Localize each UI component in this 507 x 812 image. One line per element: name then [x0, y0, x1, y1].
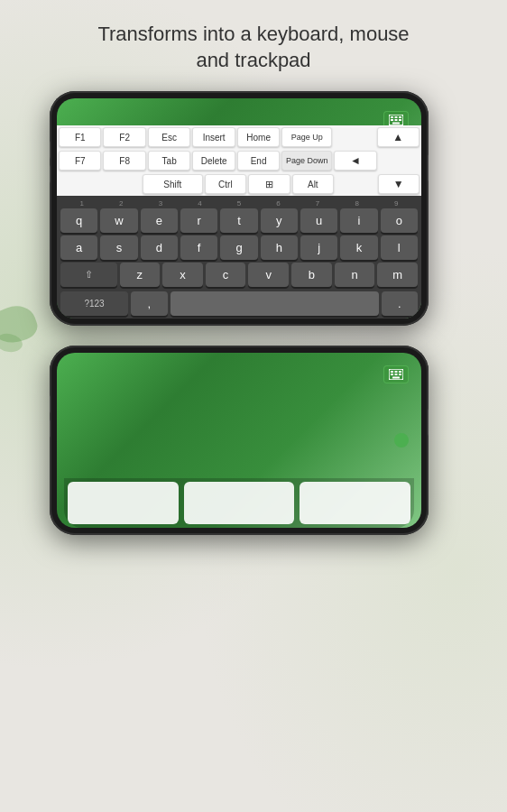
- key-spacer2: [379, 151, 419, 171]
- key-tab[interactable]: Tab: [148, 151, 190, 171]
- phone-device-1: F1 F2 Esc Insert Home Page Up ▲ F7 F8 Ta…: [50, 91, 429, 326]
- key-f8[interactable]: F8: [103, 151, 145, 171]
- key-alt[interactable]: Alt: [292, 174, 334, 194]
- svg-rect-5: [395, 119, 398, 121]
- key-spacer1: [334, 127, 374, 147]
- key-shift-main[interactable]: ⇧: [60, 263, 117, 287]
- key-q[interactable]: q: [60, 208, 97, 233]
- key-comma[interactable]: ,: [131, 291, 167, 316]
- key-pagedown[interactable]: Page Down: [281, 151, 332, 171]
- key-spacer3: [59, 174, 98, 194]
- phone-device-2: [50, 346, 429, 535]
- svg-rect-2: [395, 116, 398, 118]
- bottom-row: ?123 , .: [57, 291, 421, 318]
- fn-row-2: F7 F8 Tab Delete End Page Down ◄: [57, 149, 421, 172]
- svg-rect-4: [391, 119, 393, 121]
- key-shift[interactable]: Shift: [143, 174, 203, 194]
- keyboard-icon-2: [383, 365, 409, 383]
- key-t[interactable]: t: [220, 208, 257, 233]
- key-row-a: a s d f g h j k l: [60, 235, 418, 260]
- header-title: Transforms into a keyboard, mouseand tra…: [0, 0, 507, 91]
- key-u[interactable]: u: [300, 208, 337, 233]
- fn-row-1: F1 F2 Esc Insert Home Page Up ▲: [57, 125, 421, 149]
- key-r[interactable]: r: [180, 208, 217, 233]
- key-spacer4: [100, 174, 140, 194]
- key-k[interactable]: k: [340, 235, 377, 260]
- key-spacer5: [336, 174, 375, 194]
- key-l[interactable]: l: [381, 235, 418, 260]
- phone-vol-up: [50, 141, 51, 159]
- svg-rect-11: [399, 371, 401, 373]
- key-period[interactable]: .: [382, 291, 418, 316]
- key-x[interactable]: x: [162, 263, 203, 287]
- svg-rect-7: [392, 123, 400, 125]
- svg-rect-10: [395, 371, 398, 373]
- phone2-vol-up: [50, 395, 51, 413]
- key-h[interactable]: h: [261, 235, 298, 260]
- key-d[interactable]: d: [141, 235, 178, 260]
- trackpad-btn-left[interactable]: [68, 482, 179, 524]
- key-ctrl[interactable]: Ctrl: [205, 174, 246, 194]
- phone2-power-button: [428, 409, 429, 436]
- trackpad-btn-right[interactable]: [300, 482, 410, 524]
- trackpad-btn-middle[interactable]: [184, 482, 295, 524]
- key-left[interactable]: ◄: [334, 151, 376, 171]
- main-keyboard: 123456789 q w e r t y u i o a: [57, 196, 421, 291]
- svg-rect-6: [399, 119, 401, 121]
- key-n[interactable]: n: [335, 263, 375, 287]
- key-down[interactable]: ▼: [378, 174, 419, 194]
- phone-screen-2: [57, 353, 421, 528]
- svg-rect-15: [392, 377, 400, 379]
- key-f[interactable]: f: [180, 235, 217, 260]
- number-hint-row: 123456789: [60, 199, 418, 208]
- key-f2[interactable]: F2: [103, 127, 145, 147]
- key-e[interactable]: e: [141, 208, 178, 233]
- key-j[interactable]: j: [300, 235, 337, 260]
- key-v[interactable]: v: [248, 263, 289, 287]
- key-insert[interactable]: Insert: [192, 127, 235, 147]
- key-delete[interactable]: Delete: [192, 151, 235, 171]
- svg-rect-14: [399, 374, 401, 375]
- key-up[interactable]: ▲: [377, 127, 419, 147]
- svg-rect-9: [391, 371, 393, 373]
- key-y[interactable]: y: [261, 208, 298, 233]
- key-c[interactable]: c: [206, 263, 246, 287]
- key-m[interactable]: m: [377, 263, 418, 287]
- phone2-vol-down: [50, 420, 51, 438]
- green-dot: [394, 433, 409, 448]
- key-num[interactable]: ?123: [60, 291, 128, 316]
- key-home[interactable]: Home: [237, 127, 280, 147]
- header-section: Transforms into a keyboard, mouseand tra…: [0, 0, 507, 91]
- key-a[interactable]: a: [60, 235, 97, 260]
- key-s[interactable]: s: [100, 235, 137, 260]
- svg-rect-12: [391, 374, 393, 375]
- key-space[interactable]: [171, 291, 379, 316]
- key-f1[interactable]: F1: [59, 127, 101, 147]
- key-pageup[interactable]: Page Up: [281, 127, 332, 147]
- key-f7[interactable]: F7: [59, 151, 101, 171]
- key-b[interactable]: b: [291, 263, 332, 287]
- key-i[interactable]: i: [340, 208, 377, 233]
- phone-screen-1: F1 F2 Esc Insert Home Page Up ▲ F7 F8 Ta…: [57, 98, 421, 318]
- svg-rect-13: [395, 374, 398, 375]
- keyboard-container: F1 F2 Esc Insert Home Page Up ▲ F7 F8 Ta…: [57, 125, 421, 318]
- key-o[interactable]: o: [381, 208, 418, 233]
- svg-rect-3: [399, 116, 401, 118]
- key-z[interactable]: z: [120, 263, 161, 287]
- key-row-q: q w e r t y u i o: [60, 208, 418, 233]
- key-w[interactable]: w: [100, 208, 137, 233]
- fn-row-3: Shift Ctrl ⊞ Alt ▼: [57, 172, 421, 196]
- trackpad-buttons: [64, 478, 414, 528]
- key-g[interactable]: g: [220, 235, 257, 260]
- svg-rect-1: [391, 116, 393, 118]
- key-windows[interactable]: ⊞: [248, 174, 290, 194]
- phone-vol-down: [50, 165, 51, 183]
- phone-power-button: [428, 154, 429, 181]
- key-esc[interactable]: Esc: [148, 127, 190, 147]
- key-row-z: ⇧ z x c v b n m: [60, 263, 418, 287]
- key-end[interactable]: End: [237, 151, 280, 171]
